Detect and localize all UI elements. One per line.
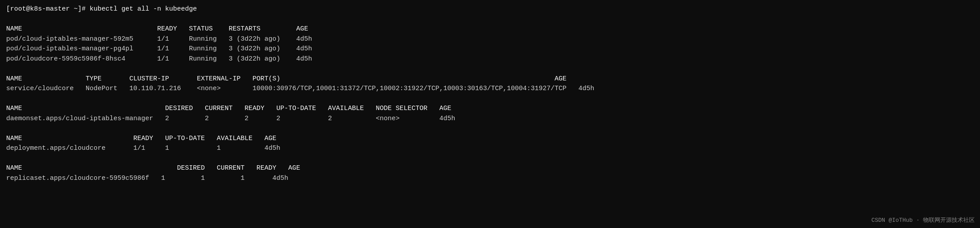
command-prompt: [root@k8s-master ~]# kubectl get all -n … [6, 4, 974, 15]
deployment-row-1: deployment.apps/cloudcore 1/1 1 1 4d5h [6, 144, 974, 154]
services-header: NAME TYPE CLUSTER-IP EXTERNAL-IP PORT(S)… [6, 74, 974, 84]
daemonset-row-1: daemonset.apps/cloud-iptables-manager 2 … [6, 114, 974, 124]
pod-row-3: pod/cloudcore-5959c5986f-8hsc4 1/1 Runni… [6, 54, 974, 65]
watermark: CSDN @IoTHub · 物联网开源技术社区 [871, 216, 975, 225]
daemonset-header: NAME DESIRED CURRENT READY UP-TO-DATE AV… [6, 104, 974, 114]
deployment-header: NAME READY UP-TO-DATE AVAILABLE AGE [6, 134, 974, 144]
terminal-window: [root@k8s-master ~]# kubectl get all -n … [6, 4, 974, 183]
pod-row-1: pod/cloud-iptables-manager-592m5 1/1 Run… [6, 34, 974, 45]
replicaset-row-1: replicaset.apps/cloudcore-5959c5986f 1 1… [6, 174, 974, 184]
pods-header: NAME READY STATUS RESTARTS AGE [6, 24, 974, 34]
pod-row-2: pod/cloud-iptables-manager-pg4pl 1/1 Run… [6, 44, 974, 54]
replicaset-header: NAME DESIRED CURRENT READY AGE [6, 163, 974, 174]
service-row-1: service/cloudcore NodePort 10.110.71.216… [6, 84, 974, 94]
